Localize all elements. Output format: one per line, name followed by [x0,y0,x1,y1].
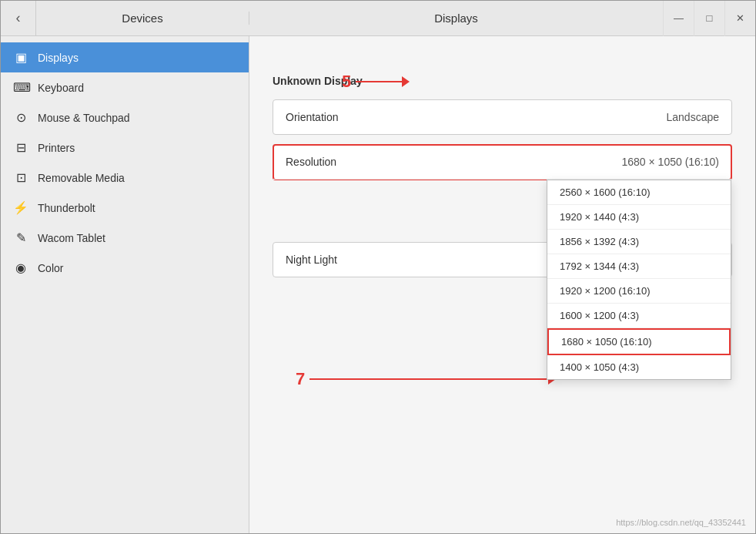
orientation-row: Orientation Landscape [273,100,731,134]
keyboard-icon: ⌨ [13,80,28,95]
dropdown-option[interactable]: 1920 × 1440 (4:3) [547,205,731,230]
content-area: ▣Displays⌨Keyboard⊙Mouse & Touchpad⊟Prin… [1,36,755,533]
resolution-dropdown[interactable]: 2560 × 1600 (16:10)1920 × 1440 (4:3)1856… [547,180,731,380]
removable-icon: ⊡ [13,170,28,185]
resolution-label: Resolution [286,156,336,168]
watermark: https://blog.csdn.net/qq_43352441 [616,518,746,527]
back-button[interactable]: ‹ [1,1,36,36]
wacom-icon: ✎ [13,230,28,245]
sidebar-label-thunderbolt: Thunderbolt [38,202,95,214]
sidebar-item-thunderbolt[interactable]: ⚡Thunderbolt [1,193,249,223]
sidebar-label-displays: Displays [38,52,79,64]
titlebar: ‹ Devices Displays — □ ✕ [1,1,755,36]
annotation-7: 7 [296,369,305,389]
main-window: ‹ Devices Displays — □ ✕ ▣Displays⌨Keybo… [0,0,756,534]
dropdown-option[interactable]: 1920 × 1200 (16:10) [547,279,731,304]
dropdown-option[interactable]: 1400 × 1050 (4:3) [547,355,731,379]
main-title: Displays [249,12,663,25]
sidebar-item-removable[interactable]: ⊡Removable Media [1,163,249,193]
sidebar-title: Devices [36,12,249,25]
resolution-value: 1680 × 1050 (16:10) [622,156,720,168]
dropdown-option[interactable]: 1600 × 1200 (4:3) [547,304,731,328]
dropdown-option[interactable]: 1856 × 1392 (4:3) [547,230,731,254]
thunderbolt-icon: ⚡ [13,200,28,215]
sidebar-label-wacom: Wacom Tablet [38,232,105,244]
dropdown-option[interactable]: 1680 × 1050 (16:10) [547,328,731,355]
sidebar-item-mouse[interactable]: ⊙Mouse & Touchpad [1,102,249,133]
sidebar-item-displays[interactable]: ▣Displays [1,42,249,72]
sidebar-label-printers: Printers [38,142,75,154]
orientation-label: Orientation [286,111,338,123]
displays-icon: ▣ [13,50,28,65]
night-light-label: Night Light [286,254,337,266]
window-controls: — □ ✕ [663,1,755,36]
sidebar-label-keyboard: Keyboard [38,82,84,94]
resolution-group: Resolution 1680 × 1050 (16:10) 2560 × 16… [273,144,732,180]
orientation-value: Landscape [666,111,719,123]
main-panel: 5 6 7 Unknown Display [249,36,755,533]
mouse-icon: ⊙ [13,110,28,125]
sidebar-label-removable: Removable Media [38,172,125,184]
sidebar-item-wacom[interactable]: ✎Wacom Tablet [1,223,249,253]
printers-icon: ⊟ [13,140,28,155]
sidebar-label-mouse: Mouse & Touchpad [38,112,130,124]
sidebar: ▣Displays⌨Keyboard⊙Mouse & Touchpad⊟Prin… [1,36,249,533]
resolution-row[interactable]: Resolution 1680 × 1050 (16:10) [273,145,731,180]
minimize-button[interactable]: — [663,1,694,36]
close-button[interactable]: ✕ [724,1,755,36]
sidebar-item-printers[interactable]: ⊟Printers [1,133,249,163]
orientation-group: Orientation Landscape [273,99,732,135]
sidebar-label-color: Color [38,262,63,274]
restore-button[interactable]: □ [694,1,724,36]
sidebar-item-keyboard[interactable]: ⌨Keyboard [1,72,249,102]
section-title: Unknown Display [273,75,732,87]
sidebar-item-color[interactable]: ◉Color [1,253,249,283]
dropdown-option[interactable]: 2560 × 1600 (16:10) [547,180,731,205]
dropdown-option[interactable]: 1792 × 1344 (4:3) [547,254,731,279]
color-icon: ◉ [13,260,28,275]
